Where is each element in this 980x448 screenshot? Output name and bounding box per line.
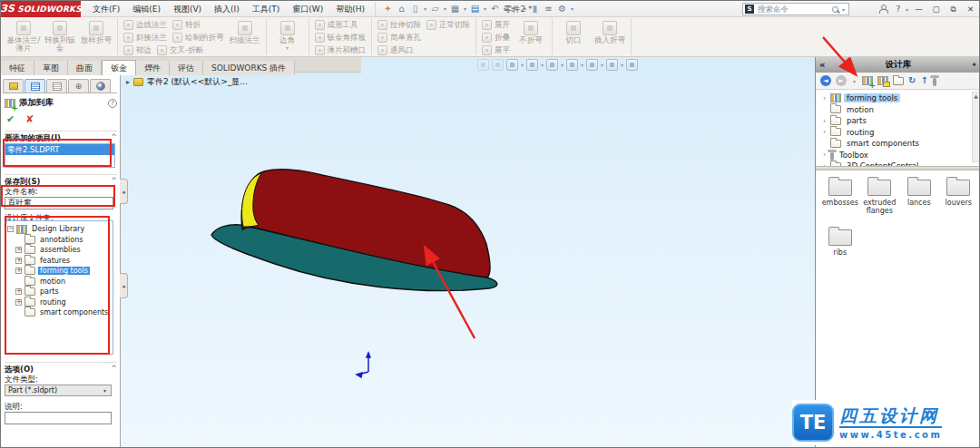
pm-tab-part[interactable] xyxy=(3,79,24,93)
pane-splitter-handle[interactable]: ◂ xyxy=(120,179,128,204)
library-tree-item[interactable]: +parts xyxy=(5,287,113,297)
ribbon-button[interactable]: 拉伸切除 xyxy=(376,19,423,31)
design-library-tree-item[interactable]: ›3D ContentCentral xyxy=(821,161,980,166)
expand-arrow-icon[interactable]: ▸ xyxy=(126,78,130,86)
plus-expander-icon[interactable]: + xyxy=(15,258,22,264)
ribbon-button[interactable]: 展开 xyxy=(480,19,512,31)
description-input[interactable] xyxy=(5,412,112,424)
ok-button[interactable]: ✔ xyxy=(6,113,15,125)
design-library-tree-item[interactable]: ›Toolbox xyxy=(821,150,980,161)
view-settings-icon[interactable] xyxy=(626,59,638,71)
library-folder[interactable]: embosses xyxy=(821,180,859,215)
collapse-chevron-icon[interactable]: ^ xyxy=(111,365,117,375)
restore-button[interactable]: ⧉ xyxy=(945,1,962,17)
expand-icon[interactable]: › xyxy=(821,128,828,136)
ribbon-button[interactable]: 切口 xyxy=(556,19,591,44)
menu-item-0[interactable]: 文件(F) xyxy=(86,1,126,17)
dropdown-icon[interactable]: ▾ xyxy=(521,62,524,68)
scene-icon[interactable] xyxy=(606,59,618,71)
pin-panel-icon[interactable]: ✦ xyxy=(971,61,977,69)
tab-3[interactable]: 钣金 xyxy=(102,60,136,75)
plus-expander-icon[interactable]: + xyxy=(15,268,22,274)
ribbon-button[interactable]: 不折弯 xyxy=(514,19,548,44)
maximize-button[interactable]: ▢ xyxy=(927,1,945,17)
design-library-tree-item[interactable]: smart components xyxy=(821,138,980,150)
help-icon[interactable]: ? xyxy=(108,99,117,108)
close-button[interactable]: ✕ xyxy=(962,1,979,17)
ribbon-button[interactable]: 褶边 xyxy=(122,44,153,56)
ribbon-button[interactable]: 转折 xyxy=(171,19,202,31)
dropdown-icon[interactable]: ▾ xyxy=(541,62,544,68)
ribbon-button[interactable]: 正常切除 xyxy=(425,19,472,31)
save-to-section-header[interactable]: 保存到(S) ^ xyxy=(5,174,117,188)
library-folder[interactable]: lances xyxy=(900,180,938,215)
home-icon[interactable]: ⌂ xyxy=(395,2,408,16)
tab-0[interactable]: 特征 xyxy=(1,61,34,75)
ribbon-button[interactable]: 基体法兰/薄片 xyxy=(6,19,41,53)
design-library-forward-button[interactable]: ► xyxy=(836,75,847,86)
pm-tab-dimxpert[interactable]: ⊕ xyxy=(68,79,89,93)
section-view-icon[interactable] xyxy=(506,59,518,71)
items-section-header[interactable]: 要添加的项目(I) ^ xyxy=(5,131,117,144)
library-folder[interactable]: ribs xyxy=(821,229,859,257)
ribbon-button[interactable]: 成形工具 xyxy=(313,19,360,31)
selected-item[interactable]: 零件2.SLDPRT xyxy=(5,144,114,155)
library-tree-item[interactable]: −Design Library xyxy=(5,224,113,235)
dropdown-icon[interactable]: ▾ xyxy=(442,5,448,12)
expand-icon[interactable]: › xyxy=(821,117,828,125)
design-library-folder-tree[interactable]: −Design Libraryannotations+assemblies+fe… xyxy=(5,220,113,355)
ribbon-button[interactable]: 斜接法兰 xyxy=(122,32,169,44)
dropdown-icon[interactable]: ▾ xyxy=(851,78,858,84)
file-name-input[interactable] xyxy=(5,197,113,209)
plus-expander-icon[interactable]: + xyxy=(15,299,22,306)
tree-scrollbar[interactable]: ▲ xyxy=(972,92,980,162)
dropdown-icon[interactable]: ▾ xyxy=(621,62,623,68)
design-library-move-up-button[interactable]: ↑ xyxy=(920,75,927,86)
help-dropdown-icon[interactable]: ▾ xyxy=(904,6,910,13)
menu-item-3[interactable]: 插入(I) xyxy=(208,1,246,17)
minimize-button[interactable]: — xyxy=(910,1,927,17)
dropdown-icon[interactable]: ▾ xyxy=(561,62,564,68)
tab-1[interactable]: 草图 xyxy=(34,61,68,75)
library-tree-item[interactable]: smart components xyxy=(5,307,113,318)
dropdown-icon[interactable]: ▾ xyxy=(581,62,583,68)
expand-icon[interactable]: › xyxy=(821,162,828,166)
zoom-to-area-icon[interactable] xyxy=(492,59,504,71)
library-folder[interactable]: louvers xyxy=(940,180,978,215)
feature-tree-flyout[interactable]: ▸ 零件2 (默认<<默认>_显... xyxy=(126,76,248,88)
dropdown-icon[interactable]: ▾ xyxy=(601,62,603,68)
search-input[interactable] xyxy=(756,4,830,15)
ribbon-button[interactable]: 简单直孔 xyxy=(376,32,423,44)
library-tree-item[interactable]: annotations xyxy=(5,235,113,246)
design-library-tree-item[interactable]: motion xyxy=(821,104,980,116)
design-library-add-file-location-button[interactable] xyxy=(877,76,888,85)
options-section-header[interactable]: 选项(O) ^ xyxy=(5,362,117,375)
design-library-add-to-library-button[interactable] xyxy=(862,76,873,85)
user-account-icon[interactable] xyxy=(878,5,887,14)
display-style-icon[interactable] xyxy=(546,59,558,71)
pm-tab-configurations[interactable] xyxy=(46,79,67,93)
tab-2[interactable]: 曲面 xyxy=(68,61,102,75)
expand-icon[interactable]: › xyxy=(821,151,828,159)
ribbon-button[interactable]: 边角▾ xyxy=(270,19,305,50)
library-tree-item[interactable]: +routing xyxy=(5,297,113,308)
library-tree-item[interactable]: +features xyxy=(5,256,113,267)
menu-item-2[interactable]: 视图(V) xyxy=(167,1,208,17)
library-folder[interactable]: extruded flanges xyxy=(861,180,899,215)
ribbon-button[interactable]: 展平 xyxy=(480,44,512,56)
ribbon-button[interactable]: 交叉-折断 xyxy=(155,44,205,56)
expand-icon[interactable]: › xyxy=(821,94,828,102)
ribbon-button[interactable]: 扫描法兰 xyxy=(228,19,262,44)
menu-item-6[interactable]: 帮助(H) xyxy=(329,1,371,17)
items-to-add-listbox[interactable]: 零件2.SLDPRT xyxy=(5,143,115,168)
hide-show-items-icon[interactable] xyxy=(566,59,578,71)
ribbon-button[interactable]: 钣金角撑板 xyxy=(313,32,368,44)
design-library-attach-button[interactable] xyxy=(933,78,936,86)
pm-tab-property-manager[interactable] xyxy=(24,79,45,93)
collapse-chevron-icon[interactable]: ^ xyxy=(111,177,117,188)
new-document-icon[interactable]: ▯ xyxy=(408,2,422,16)
zoom-fit-icon[interactable] xyxy=(477,59,489,71)
search-icon[interactable] xyxy=(832,6,838,13)
search-dropdown-icon[interactable]: ▾ xyxy=(840,6,847,13)
design-library-create-new-folder-button[interactable] xyxy=(893,77,904,85)
